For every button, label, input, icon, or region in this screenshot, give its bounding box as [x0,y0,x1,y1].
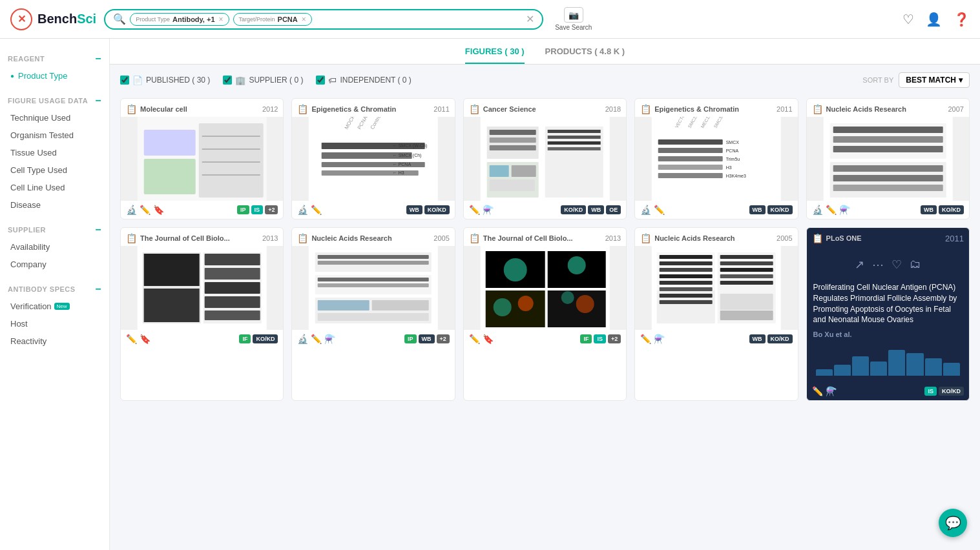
product-type-tag[interactable]: Product Type Antibody, +1 × [130,13,229,26]
independent-filter[interactable]: 🏷 INDEPENDENT ( 0 ) [316,76,411,85]
experiment-icon[interactable]: ✏️ [126,334,137,344]
flask-icon[interactable]: ⚗️ [826,386,837,396]
search-bar[interactable]: 🔍 Product Type Antibody, +1 × Target/Pro… [104,9,543,30]
experiment-icon[interactable]: ✏️ [469,205,480,215]
favorites-icon[interactable]: ♡ [902,12,914,27]
sidebar-item-cell-line[interactable]: Cell Line Used [0,179,109,196]
highlight-author: Bo Xu et al. [813,331,963,338]
antibody-specs-collapse-button[interactable]: − [95,283,101,295]
sidebar-item-disease[interactable]: Disease [0,196,109,214]
sidebar-item-tissue[interactable]: Tissue Used [0,144,109,161]
flask-icon[interactable]: ⚗️ [839,205,850,215]
card-actions: 🔬 ✏️ 🔖 [126,205,164,215]
edit-icon[interactable]: ✏️ [311,205,322,215]
card-footer: 🔬 ✏️ WB KO/KD [292,201,454,219]
experiment-icon[interactable]: ✏️ [469,334,480,344]
table-row[interactable]: 📋 Nucleic Acids Research 2007 [806,98,970,219]
experiment-icon[interactable]: ✏️ [640,334,651,344]
save-search-button[interactable]: 📷 Save Search [555,7,592,31]
table-row[interactable]: 📋 The Journal of Cell Biolo... 2013 [120,227,284,401]
search-input[interactable] [316,14,522,24]
supplier-collapse-button[interactable]: − [95,224,101,236]
experiment-icon[interactable]: 🔬 [640,205,651,215]
search-clear-button[interactable]: ✕ [526,13,534,25]
account-icon[interactable]: 👤 [926,12,942,27]
verification-new-badge: New [54,303,70,310]
sidebar-item-reactivity[interactable]: Reactivity [0,332,109,350]
svg-rect-53 [833,136,943,143]
sidebar-item-technique[interactable]: Technique Used [0,109,109,127]
svg-rect-64 [205,268,260,280]
supplier-checkbox[interactable] [223,76,232,85]
table-row[interactable]: 📋 Cancer Science 2018 [463,98,627,219]
reagent-collapse-button[interactable]: − [95,53,101,65]
help-icon[interactable]: ❓ [954,12,970,27]
edit-icon[interactable]: ✏️ [311,334,322,344]
table-row[interactable]: 📋 The Journal of Cell Biolo... 2013 [463,227,627,401]
figures-tab[interactable]: FIGURES ( 30 ) [465,46,525,64]
card-header: 📋 Nucleic Acids Research 2005 [635,228,797,246]
figure-usage-collapse-button[interactable]: − [95,95,101,107]
card-header: 📋 Nucleic Acids Research 2007 [807,99,969,117]
flask-icon[interactable]: ⚗️ [324,334,335,344]
target-tag-remove[interactable]: × [302,15,306,24]
svg-rect-100 [660,300,713,304]
journal-icon: 📋 [469,233,480,243]
chevron-down-icon: ▾ [959,76,963,85]
product-type-tag-remove[interactable]: × [219,15,224,24]
bookmark-icon[interactable]: 🔖 [140,334,151,344]
flask-icon[interactable]: ⚗️ [483,205,494,215]
network-icon[interactable]: ⋯ [872,258,884,272]
heart-icon[interactable]: ♡ [891,258,902,272]
bookmark-icon[interactable]: 🔖 [483,334,494,344]
table-row[interactable]: 📋 PLoS ONE 2011 ↗ ⋯ ♡ 🗂 Proliferating Ce… [806,227,970,401]
bookmark-icon[interactable]: 🔖 [153,205,164,215]
folder-icon[interactable]: 🗂 [910,258,921,272]
journal-icon: 📋 [469,104,480,114]
card-figure-image [121,117,283,201]
card-footer: ✏️ ⚗️ IS KO/KD [807,382,969,400]
sidebar-item-availability[interactable]: Availability [0,238,109,256]
edit-icon[interactable]: ✏️ [140,205,151,215]
table-row[interactable]: 📋 Epigenetics & Chromatin 2011 MOCK PCNA… [291,98,455,219]
svg-rect-56 [833,175,943,181]
table-row[interactable]: 📋 Nucleic Acids Research 2005 [634,227,798,401]
sidebar-item-product-type[interactable]: Product Type [0,67,109,85]
card-actions: 🔬 ✏️ [640,205,665,215]
sort-dropdown[interactable]: BEST MATCH ▾ [899,72,970,88]
edit-icon[interactable]: ✏️ [826,205,837,215]
badge-wb: WB [749,334,766,343]
sidebar-item-host[interactable]: Host [0,315,109,332]
table-row[interactable]: 📋 Nucleic Acids Research 2005 [291,227,455,401]
sidebar-item-cell-type[interactable]: Cell Type Used [0,161,109,179]
badge-wb: WB [419,334,435,343]
svg-rect-107 [720,294,773,310]
target-tag[interactable]: Target/Protein PCNA × [233,13,312,26]
flask-icon[interactable]: ⚗️ [654,334,665,344]
experiment-icon[interactable]: 🔬 [297,334,308,344]
supplier-filter[interactable]: 🏢 SUPPLIER ( 0 ) [223,76,303,85]
experiment-icon[interactable]: 🔬 [126,205,137,215]
published-filter[interactable]: 📄 PUBLISHED ( 30 ) [120,76,210,85]
products-tab[interactable]: PRODUCTS ( 4.8 K ) [545,46,625,64]
sidebar-item-verification[interactable]: Verification New [0,298,109,315]
badge-if: IF [239,334,251,343]
edit-icon[interactable]: ✏️ [654,205,665,215]
sidebar-item-company[interactable]: Company [0,256,109,273]
published-checkbox[interactable] [120,76,129,85]
experiment-icon[interactable]: 🔬 [812,205,823,215]
badge-kokd: KO/KD [939,387,964,396]
sidebar-item-organism[interactable]: Organism Tested [0,127,109,144]
card-header: 📋 Molecular cell 2012 [121,99,283,117]
share-icon[interactable]: ↗ [855,258,864,272]
chat-button[interactable]: 💬 [939,509,967,537]
logo-bench: Bench [37,12,77,26]
independent-checkbox[interactable] [316,76,325,85]
card-footer: 🔬 ✏️ 🔖 IP IS +2 [121,201,283,219]
experiment-icon[interactable]: ✏️ [812,386,823,396]
experiment-icon[interactable]: 🔬 [297,205,308,215]
svg-rect-2 [144,159,196,194]
supplier-icon: 🏢 [235,76,245,85]
table-row[interactable]: 📋 Molecular cell 2012 [120,98,284,219]
table-row[interactable]: 📋 Epigenetics & Chromatin 2011 VECTOR SM… [634,98,798,219]
